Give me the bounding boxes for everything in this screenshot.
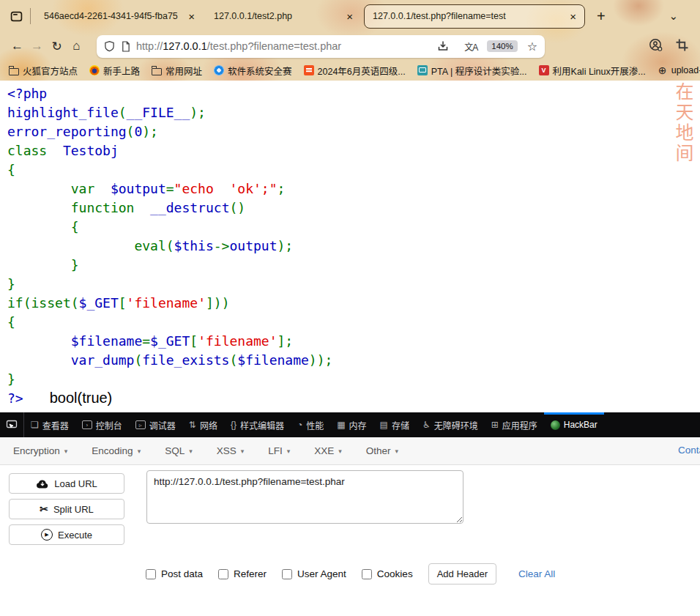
tab-close-icon[interactable]: × bbox=[188, 11, 195, 22]
split-url-button[interactable]: ✂Split URL bbox=[9, 499, 124, 519]
chevron-down-icon: ▾ bbox=[395, 448, 399, 455]
devtools-tab-accessibility[interactable]: ♿无障碍环境 bbox=[416, 412, 485, 437]
php-source-code: <?phphighlight_file(__FILE__);error_repo… bbox=[7, 84, 700, 389]
devtools-tab-performance[interactable]: ◔性能 bbox=[291, 412, 330, 437]
clear-all-link[interactable]: Clear All bbox=[518, 568, 555, 579]
devtools-tab-memory[interactable]: ▦内存 bbox=[330, 412, 373, 437]
url-bar[interactable]: http://127.0.0.1/test.php?filename=test.… bbox=[97, 35, 545, 58]
firefox-view-button[interactable] bbox=[6, 6, 26, 26]
screenshot-crop-icon[interactable] bbox=[676, 39, 688, 54]
bookmark-item[interactable]: 火狐官方站点 bbox=[9, 64, 78, 78]
tab-separator bbox=[30, 8, 31, 24]
page-content: <?phphighlight_file(__FILE__);error_repo… bbox=[0, 81, 700, 412]
menu-label: Encoding bbox=[92, 445, 133, 456]
menu-xxe[interactable]: XXE▾ bbox=[314, 445, 342, 456]
cloud-download-icon bbox=[36, 479, 49, 489]
kali-icon: V bbox=[539, 65, 549, 75]
result-line: ?> bool(true) bbox=[7, 389, 700, 408]
browser-tab[interactable]: 127.0.0.1/test2.php× bbox=[206, 4, 361, 29]
user-agent-checkbox[interactable] bbox=[282, 569, 292, 579]
code-token: $_GET bbox=[79, 295, 119, 311]
forward-button[interactable]: → bbox=[27, 37, 47, 56]
devtools-tab-hackbar[interactable]: HackBar bbox=[544, 412, 604, 437]
code-line: } bbox=[7, 275, 700, 294]
code-token: ); bbox=[278, 238, 294, 253]
code-line: <?php bbox=[7, 84, 700, 103]
devtools-tab-console[interactable]: ›控制台 bbox=[75, 412, 129, 437]
tab-title: 127.0.0.1/test2.php bbox=[214, 11, 340, 21]
reload-button[interactable]: ↻ bbox=[47, 37, 67, 56]
browser-tab[interactable]: 127.0.0.1/test.php?filename=test× bbox=[364, 4, 585, 29]
execute-button[interactable]: ▶Execute bbox=[9, 524, 124, 545]
code-token: } bbox=[71, 257, 79, 272]
back-button[interactable]: ← bbox=[7, 37, 27, 56]
checkbox-cookies[interactable]: Cookies bbox=[362, 568, 413, 579]
devtools-tab-network[interactable]: ⇅网络 bbox=[182, 412, 224, 437]
devtools-tab-label: 存储 bbox=[392, 419, 409, 431]
menu-sql[interactable]: SQL▾ bbox=[165, 445, 193, 456]
code-token: } bbox=[7, 276, 15, 292]
code-token: $filename bbox=[237, 352, 309, 368]
code-token: file_exists bbox=[142, 352, 229, 368]
code-token: )) bbox=[214, 295, 230, 311]
devtools-tab-storage[interactable]: ▤存储 bbox=[373, 412, 416, 437]
devtools-tab-label: HackBar bbox=[564, 420, 597, 430]
referer-checkbox[interactable] bbox=[218, 569, 228, 579]
code-token: isset bbox=[31, 295, 71, 311]
chevron-down-icon: ▾ bbox=[138, 448, 141, 455]
bookmark-item[interactable]: 2024年6月英语四级... bbox=[304, 64, 406, 78]
code-token bbox=[7, 219, 71, 234]
contact-link[interactable]: Contact bbox=[678, 445, 700, 456]
code-token bbox=[7, 238, 134, 253]
checkbox-user-agent[interactable]: User Agent bbox=[282, 568, 346, 579]
bookmark-item[interactable]: 新手上路 bbox=[89, 64, 140, 78]
account-icon[interactable] bbox=[649, 38, 663, 55]
zoom-level-badge[interactable]: 140% bbox=[487, 40, 517, 52]
tab-strip: 546aecd4-2261-4341-94f5-fba75×127.0.0.1/… bbox=[36, 4, 585, 29]
tab-close-icon[interactable]: × bbox=[346, 11, 353, 22]
checkbox-post-data[interactable]: Post data bbox=[146, 568, 203, 579]
downloads-icon[interactable] bbox=[437, 40, 449, 52]
devtools-tab-debugger[interactable]: ▹调试器 bbox=[129, 412, 182, 437]
theme-watermark-text: 在天地间 bbox=[674, 82, 692, 164]
code-token: var bbox=[71, 181, 95, 196]
menu-other[interactable]: Other▾ bbox=[366, 445, 398, 456]
hackbar-options-row: Post dataRefererUser AgentCookiesAdd Hea… bbox=[146, 563, 555, 585]
code-line: class Testobj bbox=[7, 141, 700, 160]
devtools-tab-application[interactable]: ⊞应用程序 bbox=[485, 412, 544, 437]
devtools-tab-style[interactable]: {}样式编辑器 bbox=[224, 412, 291, 437]
menu-lfi[interactable]: LFI▾ bbox=[268, 445, 290, 456]
code-token: () bbox=[229, 200, 245, 215]
menu-encryption[interactable]: Encryption▾ bbox=[13, 445, 67, 456]
list-all-tabs-button[interactable]: ⌄ bbox=[669, 10, 678, 23]
cookies-checkbox[interactable] bbox=[362, 569, 372, 579]
menu-xss[interactable]: XSS▾ bbox=[217, 445, 245, 456]
bookmark-item[interactable]: ⊕upload-labs bbox=[658, 65, 700, 75]
bookmark-item[interactable]: V利用Kali Linux开展渗... bbox=[539, 64, 646, 78]
bookmark-star-icon[interactable]: ☆ bbox=[527, 40, 537, 53]
checkbox-referer[interactable]: Referer bbox=[218, 568, 267, 579]
bookmark-item[interactable]: 软件系统安全赛 bbox=[214, 64, 292, 78]
hackbar-url-textarea[interactable]: http://127.0.0.1/test.php?filename=test.… bbox=[146, 470, 463, 524]
code-line: { bbox=[7, 160, 700, 179]
add-header-button[interactable]: Add Header bbox=[428, 563, 496, 585]
translate-icon[interactable]: 文A bbox=[464, 40, 477, 53]
page-info-icon[interactable] bbox=[121, 41, 130, 52]
load-url-button[interactable]: Load URL bbox=[9, 473, 124, 494]
new-tab-button[interactable]: + bbox=[597, 8, 606, 25]
bookmark-item[interactable]: 常用网址 bbox=[152, 64, 202, 78]
shield-icon[interactable] bbox=[104, 40, 115, 52]
browser-tab[interactable]: 546aecd4-2261-4341-94f5-fba75× bbox=[36, 4, 203, 29]
bookmarks-toolbar: 火狐官方站点新手上路常用网址软件系统安全赛2024年6月英语四级...PTA |… bbox=[0, 60, 700, 81]
pick-element-button[interactable] bbox=[0, 412, 24, 437]
code-token: __destruct bbox=[150, 200, 229, 215]
devtools-tab-inspector[interactable]: ❏查看器 bbox=[24, 412, 75, 437]
bookmark-item[interactable]: PTA | 程序设计类实验... bbox=[417, 64, 527, 78]
menu-encoding[interactable]: Encoding▾ bbox=[92, 445, 141, 456]
code-token: ( bbox=[71, 295, 79, 311]
tab-close-icon[interactable]: × bbox=[570, 11, 576, 22]
checkbox-label: Cookies bbox=[377, 568, 413, 579]
post-data-checkbox[interactable] bbox=[146, 569, 156, 579]
home-button[interactable]: ⌂ bbox=[67, 37, 86, 56]
bookmark-label: 常用网址 bbox=[165, 64, 202, 78]
